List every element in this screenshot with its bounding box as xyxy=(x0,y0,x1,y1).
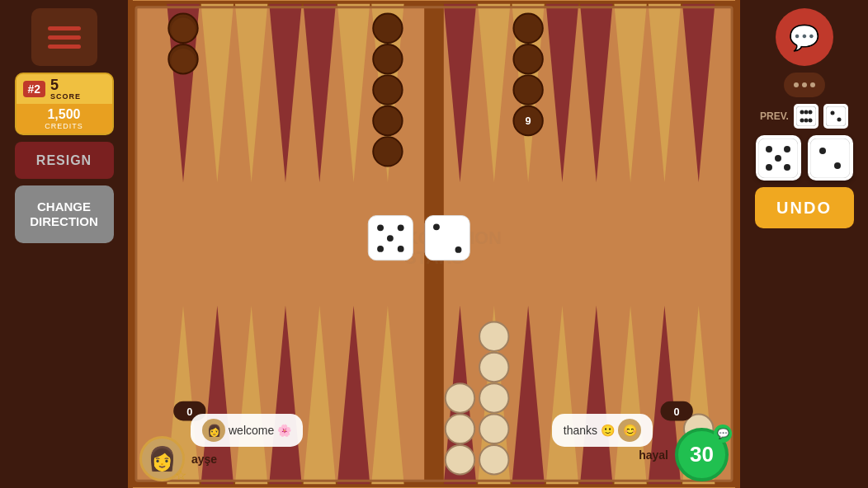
svg-point-6 xyxy=(808,119,812,123)
svg-point-15 xyxy=(784,164,790,171)
svg-point-58 xyxy=(171,49,196,73)
options-button[interactable] xyxy=(784,73,825,97)
backgammon-board: BACKGAMMON STARS 9 xyxy=(128,0,740,488)
prev-dice-section: PREV. xyxy=(747,104,861,129)
svg-rect-85 xyxy=(425,216,469,260)
player-right-name: hayal xyxy=(639,448,668,462)
svg-point-61 xyxy=(373,75,402,104)
player-left-chat: 👩 welcome 🌸 xyxy=(191,414,303,447)
menu-line-1 xyxy=(48,26,81,30)
svg-point-75 xyxy=(446,415,474,443)
player-right-area: 30 💬 hayal xyxy=(639,428,729,481)
chat-left-avatar: 👩 xyxy=(202,419,225,442)
svg-point-2 xyxy=(804,110,808,115)
player-right-avatar-container: 30 💬 xyxy=(675,428,729,481)
svg-point-5 xyxy=(804,119,808,123)
svg-point-82 xyxy=(387,235,394,242)
svg-point-18 xyxy=(834,162,841,169)
right-panel: 💬 PREV. xyxy=(740,0,868,488)
left-panel: #2 5 SCORE 1,500 CREDITS RESIGN CHANGE D… xyxy=(0,0,128,488)
score-group: 5 SCORE xyxy=(50,77,81,101)
svg-point-8 xyxy=(830,111,834,115)
svg-point-66 xyxy=(513,75,542,104)
chat-icon: 💬 xyxy=(789,23,819,52)
timer-display: 30 xyxy=(690,442,714,467)
menu-line-3 xyxy=(48,45,81,49)
score-box: #2 5 SCORE 1,500 CREDITS xyxy=(15,73,114,135)
svg-point-11 xyxy=(766,146,772,152)
svg-point-56 xyxy=(171,18,196,43)
svg-point-60 xyxy=(373,45,402,73)
svg-rect-7 xyxy=(826,106,846,126)
current-die-1 xyxy=(756,135,801,181)
svg-point-4 xyxy=(800,119,804,123)
svg-point-80 xyxy=(377,224,384,231)
player-left-avatar-container: 👩 ☆ xyxy=(139,436,185,481)
chat-right-avatar: 😊 xyxy=(618,419,641,442)
dot-3 xyxy=(810,82,815,87)
svg-point-70 xyxy=(479,415,508,443)
score-top: #2 5 SCORE xyxy=(17,74,112,104)
svg-point-64 xyxy=(513,14,542,43)
svg-point-62 xyxy=(373,106,402,135)
current-die-2 xyxy=(808,135,853,181)
svg-point-9 xyxy=(837,118,841,122)
svg-point-72 xyxy=(479,353,508,382)
chat-button[interactable]: 💬 xyxy=(776,8,833,66)
svg-point-13 xyxy=(775,155,781,162)
player-left-name: ayşe xyxy=(191,453,217,466)
svg-point-73 xyxy=(479,321,508,350)
svg-rect-16 xyxy=(810,138,850,178)
svg-point-65 xyxy=(513,45,542,73)
svg-point-3 xyxy=(808,110,812,115)
svg-point-86 xyxy=(433,223,440,230)
svg-point-63 xyxy=(373,137,402,166)
svg-rect-0 xyxy=(796,106,816,126)
undo-button[interactable]: UNDO xyxy=(755,187,854,228)
svg-point-59 xyxy=(373,14,402,43)
menu-button[interactable] xyxy=(31,8,97,66)
score-label: SCORE xyxy=(50,92,81,101)
player-left-message: welcome 🌸 xyxy=(229,424,291,437)
svg-text:9: 9 xyxy=(526,115,531,127)
credits-label: CREDITS xyxy=(23,122,106,130)
svg-text:0: 0 xyxy=(674,406,680,418)
credits-number: 1,500 xyxy=(23,107,106,122)
resign-button[interactable]: RESIGN xyxy=(15,142,114,179)
current-dice-row xyxy=(756,135,853,181)
player-right-chat: thanks 🙂 😊 xyxy=(552,414,653,447)
prev-die-2 xyxy=(823,104,848,129)
prev-label: PREV. xyxy=(760,110,789,122)
svg-text:0: 0 xyxy=(186,406,192,418)
change-direction-button[interactable]: CHANGE DIRECTION xyxy=(15,185,114,243)
dot-1 xyxy=(794,82,799,87)
credits-box: 1,500 CREDITS xyxy=(17,104,112,134)
svg-point-1 xyxy=(800,110,804,115)
svg-point-74 xyxy=(446,445,474,474)
rank-badge: #2 xyxy=(23,81,46,97)
svg-point-17 xyxy=(819,148,826,154)
svg-point-84 xyxy=(398,246,404,252)
chat-bubble-icon: 💬 xyxy=(714,425,732,443)
dot-2 xyxy=(802,82,807,87)
player-right-message: thanks 🙂 xyxy=(564,424,615,437)
svg-point-87 xyxy=(455,246,462,253)
svg-point-69 xyxy=(479,445,508,474)
star-icon: ☆ xyxy=(175,467,186,483)
svg-point-81 xyxy=(398,224,404,231)
svg-point-71 xyxy=(479,383,508,412)
score-number: 5 xyxy=(50,77,81,92)
prev-die-1 xyxy=(794,104,818,129)
svg-point-83 xyxy=(377,246,384,252)
svg-point-76 xyxy=(446,383,474,412)
menu-line-2 xyxy=(48,35,81,40)
svg-point-14 xyxy=(766,164,772,171)
svg-point-12 xyxy=(784,146,790,152)
